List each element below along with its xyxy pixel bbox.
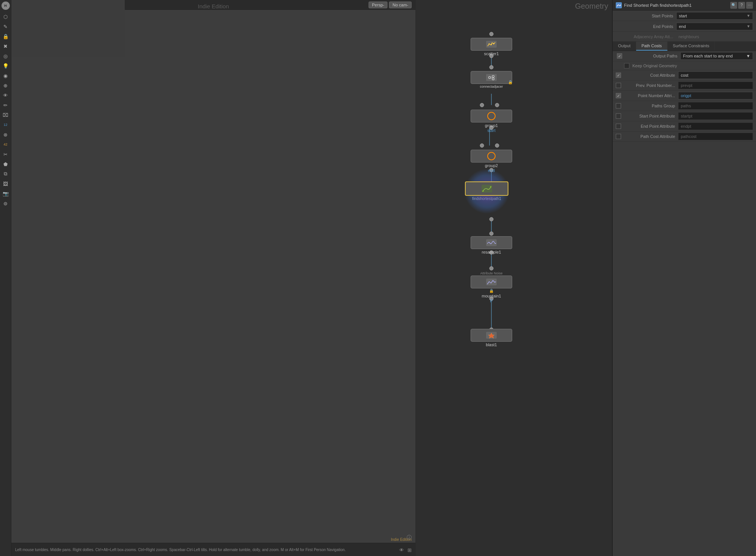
output-paths-value[interactable]: From each start to any end ▼ (680, 52, 753, 60)
toolbar-icon-8[interactable]: ⊕ (1, 81, 10, 90)
node-box-mountain1[interactable] (471, 276, 512, 288)
svg-point-49 (482, 190, 483, 192)
end-points-arrow[interactable]: ▼ (747, 24, 750, 28)
start-point-attr-checkbox[interactable] (616, 113, 621, 119)
toolbar-icon-2[interactable]: ✎ (1, 22, 10, 31)
start-points-arrow[interactable]: ▼ (747, 14, 750, 18)
tab-surface-constraints[interactable]: Surface Constraints (668, 42, 715, 51)
adjacency-label: Adjacency Array Att... (616, 34, 676, 39)
svg-point-32 (490, 217, 493, 221)
prev-point-checkbox[interactable] (616, 83, 621, 88)
end-point-attr-label: End Point Attribute (623, 124, 678, 129)
tab-output[interactable]: Output (613, 42, 636, 51)
toolbar-icon-16[interactable]: ⬟ (1, 160, 10, 169)
toolbar-icon-5[interactable]: ◎ (1, 51, 10, 60)
cost-attribute-value[interactable]: cost (678, 71, 753, 79)
path-cost-attr-value[interactable]: pathcost (678, 133, 753, 140)
toolbar-icon-1[interactable]: ⬡ (1, 12, 10, 21)
panel-title: Find Shortest Path findshortestpath1 (624, 3, 728, 8)
svg-point-30 (495, 144, 499, 147)
svg-point-50 (490, 186, 491, 187)
output-paths-checkbox[interactable]: ✓ (617, 53, 622, 59)
cost-attribute-checkbox[interactable]: ✓ (616, 73, 621, 78)
node-scatter1[interactable]: scatter1 (471, 38, 512, 56)
svg-rect-0 (11, 0, 125, 57)
end-points-value[interactable]: end ▼ (676, 23, 753, 30)
toolbar-icon-18[interactable]: 🖼 (1, 179, 10, 188)
node-mountain1[interactable]: Attribute Noise 🔒 mountain1 P (471, 271, 512, 303)
point-number-label: Point Number Attri... (623, 93, 678, 98)
cost-attribute-label: Cost Attribute (623, 73, 678, 77)
toolbar-icon-19[interactable]: 📷 (1, 189, 10, 198)
group1-orange-circle (487, 112, 496, 120)
start-point-attr-label: Start Point Attribute (623, 114, 678, 118)
more-button[interactable]: ⋯ (746, 2, 753, 9)
question-button[interactable]: ? (738, 2, 745, 9)
node-blast1[interactable]: blast1 (471, 329, 512, 347)
path-cost-attr-checkbox[interactable] (616, 134, 621, 139)
info-icon[interactable]: ⓘ (407, 534, 412, 541)
output-paths-row: ✓ Output Paths From each start to any en… (613, 51, 756, 61)
mountain1-lock-icon: 🔒 (489, 289, 494, 293)
scatter1-label: scatter1 (484, 51, 499, 56)
paths-group-value[interactable]: paths (678, 102, 753, 110)
end-point-attr-checkbox[interactable] (616, 124, 621, 129)
grid-icon[interactable]: ⊞ (407, 547, 412, 553)
output-paths-arrow[interactable]: ▼ (746, 54, 750, 58)
start-points-value[interactable]: start ▼ (676, 12, 753, 20)
persp-button[interactable]: Persp- (369, 2, 387, 8)
keep-original-checkbox[interactable] (624, 63, 629, 68)
toolbar-icon-15[interactable]: ✂ (1, 150, 10, 159)
prev-point-value[interactable]: prevpt (678, 82, 753, 89)
end-point-attr-value[interactable]: endpt (678, 122, 753, 130)
toolbar-icon-7[interactable]: ◉ (1, 71, 10, 80)
status-text: Left mouse tumbles. Middle pans. Right d… (15, 548, 346, 552)
toolbar-icon-17[interactable]: ⧉ (1, 169, 10, 178)
tab-path-costs[interactable]: Path Costs (636, 42, 668, 51)
node-graph[interactable]: Geometry (416, 0, 612, 556)
eye-icon[interactable]: 👁 (399, 547, 404, 553)
toolbar-icon-10[interactable]: ✏ (1, 101, 10, 110)
node-box-group1[interactable] (471, 110, 512, 122)
point-number-checkbox[interactable]: ✓ (616, 93, 621, 98)
toolbar-icon-4[interactable]: ✖ (1, 42, 10, 51)
node-connectadjacer[interactable]: 🔒 connectadjacer (471, 71, 512, 88)
point-number-value[interactable]: origpt (678, 92, 753, 99)
svg-point-26 (480, 103, 484, 107)
svg-point-39 (489, 43, 490, 45)
svg-point-33 (490, 232, 493, 235)
toolbar-icon-11[interactable]: ⌧ (1, 110, 10, 119)
connectadjacer-icon (486, 74, 497, 81)
node-box-scatter1[interactable] (471, 38, 512, 51)
toolbar-icon-20[interactable]: ⊚ (1, 199, 10, 208)
end-points-label: End Points (616, 24, 676, 29)
keep-original-row: Keep Original Geometry (613, 61, 756, 70)
adjacency-value: neighbours (676, 34, 753, 40)
prev-point-row: Prev. Point Number... prevpt (613, 81, 756, 91)
toolbar-icon-13[interactable]: ⊗ (1, 130, 10, 139)
toolbar-icon-9[interactable]: 👁 (1, 91, 10, 100)
end-points-row: End Points end ▼ (613, 21, 756, 32)
svg-point-40 (491, 44, 492, 45)
toolbar-icon-6[interactable]: 💡 (1, 61, 10, 70)
node-box-blast1[interactable] (471, 329, 512, 342)
node-box-group2[interactable] (471, 150, 512, 163)
node-resample1[interactable]: resample1 (471, 236, 512, 254)
toolbar-icon-3[interactable]: 🔒 (1, 32, 10, 41)
toolbar-icon-14[interactable]: 42 (1, 140, 10, 149)
search-button[interactable]: 🔍 (730, 2, 737, 9)
node-findshortestpath1[interactable]: findshortestpath1 (465, 181, 508, 201)
svg-point-41 (493, 43, 494, 44)
paths-group-checkbox[interactable] (616, 103, 621, 108)
start-point-attr-row: Start Point Attribute startpt (613, 111, 756, 121)
node-box-fsp[interactable] (465, 181, 508, 196)
start-point-attr-value[interactable]: startpt (678, 112, 753, 120)
node-group1[interactable]: group1 start (471, 110, 512, 133)
node-box-connectadjacer[interactable]: 🔒 (471, 71, 512, 84)
viewport[interactable]: View Persp- No cam- Indie Edition (11, 0, 416, 556)
node-wires-svg (416, 0, 612, 556)
toolbar-icon-12[interactable]: 12 (1, 120, 10, 129)
main-layout: H ⬡ ✎ 🔒 ✖ ◎ 💡 ◉ ⊕ 👁 ✏ ⌧ 12 ⊗ 42 ✂ ⬟ ⧉ 🖼 … (0, 0, 756, 556)
nocam-button[interactable]: No cam- (389, 2, 412, 8)
node-box-resample1[interactable] (471, 236, 512, 249)
